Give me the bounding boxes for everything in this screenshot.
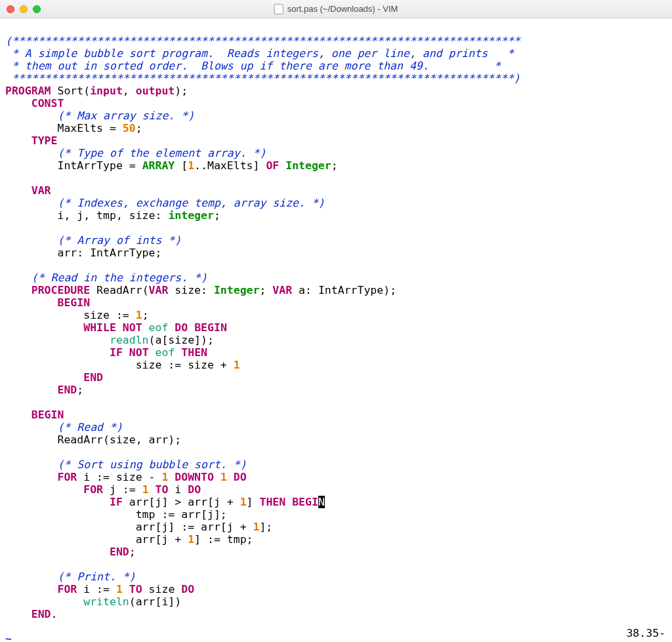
indent <box>5 371 83 384</box>
number: 1 <box>116 583 123 595</box>
kw-procedure: PROCEDURE <box>32 284 90 296</box>
ident: i, j, tmp, size: <box>57 209 168 222</box>
indent <box>5 184 32 197</box>
number: 50 <box>123 122 136 134</box>
kw-to: TO <box>129 583 142 595</box>
indent <box>5 571 57 583</box>
kw-input: input <box>90 85 123 97</box>
window-title: sort.pas (~/Downloads) - VIM <box>274 4 398 14</box>
comment-line: * them out in sorted order. Blows up if … <box>5 60 429 72</box>
maximize-button[interactable] <box>33 5 41 13</box>
indent <box>5 197 57 209</box>
indent <box>5 321 83 334</box>
indent <box>5 271 32 284</box>
number: 1 <box>188 159 194 172</box>
traffic-lights <box>7 5 41 13</box>
ident: i <box>168 483 188 496</box>
sp <box>168 321 175 334</box>
indent <box>5 309 83 321</box>
ident: size := size + <box>136 359 234 371</box>
document-icon <box>274 4 284 14</box>
sp <box>149 346 156 359</box>
kw-type: TYPE <box>32 134 58 147</box>
indent <box>5 508 136 521</box>
punct: [ <box>181 159 188 172</box>
ident: MaxElts] <box>207 159 266 172</box>
number: 1 <box>220 471 227 483</box>
kw-if: IF <box>110 496 123 508</box>
ident: a: IntArrType); <box>292 284 396 296</box>
builtin-eof: eof <box>149 321 169 334</box>
number: 1 <box>188 533 194 546</box>
comment: (* Read in the integers. *) <box>32 271 207 284</box>
sp <box>123 346 129 359</box>
status-position: 38.35- <box>626 627 665 639</box>
punct: ; <box>259 284 272 296</box>
sp <box>123 583 129 595</box>
number: 1 <box>142 483 149 496</box>
kw-begin: BEGIN <box>194 321 227 334</box>
indent <box>5 546 110 558</box>
kw-then: THEN <box>259 496 285 508</box>
ident: j := <box>103 483 142 496</box>
indent <box>5 521 136 533</box>
kw-var: VAR <box>272 284 292 296</box>
indent <box>5 583 57 595</box>
indent <box>5 433 57 446</box>
kw-program: PROGRAM <box>5 85 51 97</box>
kw-end: END <box>57 384 77 396</box>
comment: (* Max array size. *) <box>57 110 194 122</box>
ident: tmp := arr[j]; <box>136 508 227 521</box>
indent <box>5 384 57 396</box>
indent <box>5 595 83 608</box>
punct: ; <box>129 546 136 558</box>
ident: arr[j] := arr[j + <box>136 521 253 533</box>
type: Integer <box>285 159 331 172</box>
indent <box>5 159 57 172</box>
comment: (* Array of ints *) <box>57 234 181 247</box>
sp <box>175 346 181 359</box>
indent <box>5 234 57 247</box>
comment-line: * <box>429 60 501 72</box>
minimize-button[interactable] <box>20 5 28 13</box>
indent <box>5 122 57 134</box>
kw-var: VAR <box>149 284 169 296</box>
number: 1 <box>136 309 142 321</box>
kw-then: THEN <box>181 346 207 359</box>
indent <box>5 533 136 546</box>
indent <box>5 346 110 359</box>
kw-not: NOT <box>129 346 149 359</box>
ident: size <box>142 583 182 595</box>
indent <box>5 458 57 471</box>
window-titlebar: sort.pas (~/Downloads) - VIM <box>0 0 672 18</box>
ident: ReadArr(size, arr); <box>57 433 181 446</box>
ident: arr: IntArrType; <box>57 247 161 259</box>
indent <box>5 496 110 508</box>
kw-do: DO <box>188 483 201 496</box>
number: 1 <box>253 521 260 533</box>
comment-line: * <box>488 47 514 60</box>
kw-do: DO <box>175 321 188 334</box>
kw-for: FOR <box>83 483 103 496</box>
indent <box>5 147 57 159</box>
comment: (* Type of the element array. *) <box>57 147 266 159</box>
punct: ] <box>247 496 260 508</box>
editor-area[interactable]: (***************************************… <box>0 18 672 642</box>
type: integer <box>168 209 214 222</box>
indent <box>5 483 83 496</box>
comment-line: * A simple bubble sort program. Reads in… <box>5 47 488 60</box>
punct: ]; <box>259 521 272 533</box>
ident: ] := tmp; <box>194 533 253 546</box>
indent <box>5 134 32 147</box>
kw-end: END <box>83 371 103 384</box>
kw-var: VAR <box>32 184 51 197</box>
comment-line: ****************************************… <box>5 72 520 85</box>
ident: i := size - <box>77 471 161 483</box>
indent <box>5 296 57 309</box>
kw-of: OF <box>266 159 279 172</box>
kw-begin: BEGIN <box>57 296 90 309</box>
kw-begin-partial: BEGI <box>292 496 318 508</box>
close-button[interactable] <box>7 5 14 13</box>
sp <box>149 483 156 496</box>
tilde-line: ~ <box>5 633 12 642</box>
